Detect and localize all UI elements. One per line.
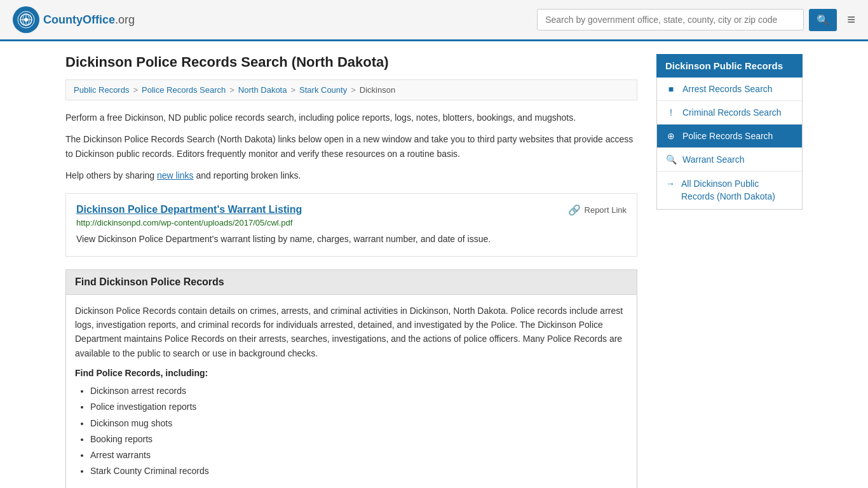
sidebar-icon-1: ! [666, 107, 676, 118]
search-button[interactable]: 🔍 [809, 9, 837, 31]
sidebar-item-0[interactable]: ■ Arrest Records Search [657, 78, 802, 101]
description-3: Help others by sharing new links and rep… [65, 168, 637, 182]
breadcrumb-stark-county[interactable]: Stark County [299, 85, 347, 95]
new-links-link[interactable]: new links [157, 170, 194, 180]
list-item: Police investigation reports [90, 399, 628, 415]
content-area: Dickinson Police Records Search (North D… [65, 54, 637, 488]
breadcrumb-police-records-search[interactable]: Police Records Search [142, 85, 226, 95]
hamburger-icon: ≡ [847, 11, 855, 27]
resource-description: View Dickinson Police Department's warra… [76, 233, 627, 246]
sidebar-items: ■ Arrest Records Search! Criminal Record… [656, 78, 803, 210]
sidebar-icon-2: ⊕ [666, 131, 676, 141]
search-area: 🔍 ≡ [537, 9, 855, 31]
logo-text: CountyOffice.org [43, 13, 135, 27]
sidebar-item-1[interactable]: ! Criminal Records Search [657, 101, 802, 125]
main-container: Dickinson Police Records Search (North D… [53, 41, 815, 488]
breadcrumb-public-records[interactable]: Public Records [74, 85, 129, 95]
header: CountyOffice.org 🔍 ≡ [0, 0, 868, 41]
find-records-list: Dickinson arrest recordsPolice investiga… [75, 383, 628, 479]
breadcrumb-sep-3: > [290, 85, 295, 95]
sidebar-item-label-2: Police Records Search [682, 131, 773, 141]
find-records-subtitle: Find Police Records, including: [75, 368, 628, 378]
sidebar-item-2[interactable]: ⊕ Police Records Search [657, 125, 802, 148]
description-2: The Dickinson Police Records Search (Nor… [65, 132, 637, 161]
report-link-button[interactable]: 🔗 Report Link [568, 204, 627, 216]
breadcrumb-sep-1: > [133, 85, 138, 95]
list-item: Dickinson arrest records [90, 383, 628, 399]
description-1: Perform a free Dickinson, ND public poli… [65, 111, 637, 125]
list-item: Dickinson mug shots [90, 416, 628, 431]
find-records-description: Dickinson Police Records contain details… [75, 304, 628, 361]
sidebar-item-3[interactable]: 🔍 Warrant Search [657, 148, 802, 172]
sidebar-item-label-3: Warrant Search [682, 154, 745, 165]
sidebar-icon-3: 🔍 [666, 154, 676, 165]
sidebar-icon-0: ■ [666, 84, 676, 94]
breadcrumb-sep-2: > [229, 85, 234, 95]
resource-block: Dickinson Police Department's Warrant Li… [65, 193, 637, 257]
sidebar-item-label-0: Arrest Records Search [682, 84, 773, 94]
logo-area: CountyOffice.org [13, 6, 135, 33]
resource-title[interactable]: Dickinson Police Department's Warrant Li… [76, 204, 302, 215]
report-link-label: Report Link [585, 205, 627, 215]
sidebar-all-records[interactable]: → All Dickinson Public Records (North Da… [657, 172, 802, 209]
breadcrumb-north-dakota[interactable]: North Dakota [238, 85, 287, 95]
page-title: Dickinson Police Records Search (North D… [65, 54, 637, 71]
find-records-section: Find Dickinson Police Records Dickinson … [65, 269, 637, 488]
find-records-body: Dickinson Police Records contain details… [65, 295, 637, 488]
resource-url[interactable]: http://dickinsonpd.com/wp-content/upload… [76, 218, 627, 227]
breadcrumb-sep-4: > [351, 85, 356, 95]
menu-button[interactable]: ≡ [847, 11, 855, 28]
breadcrumb-dickinson: Dickinson [360, 85, 395, 95]
search-icon: 🔍 [817, 15, 829, 25]
find-records-header: Find Dickinson Police Records [65, 269, 637, 295]
list-item: Booking reports [90, 431, 628, 447]
list-item: Stark County Criminal records [90, 463, 628, 479]
breadcrumb: Public Records > Police Records Search >… [65, 79, 637, 100]
sidebar-all-records-label: All Dickinson Public Records (North Dako… [681, 178, 793, 203]
sidebar-item-label-1: Criminal Records Search [682, 107, 782, 118]
search-input[interactable] [537, 9, 804, 30]
resource-header-row: Dickinson Police Department's Warrant Li… [76, 204, 627, 218]
report-link-icon: 🔗 [568, 204, 581, 216]
sidebar: Dickinson Public Records ■ Arrest Record… [656, 54, 803, 488]
sidebar-all-records-icon: → [666, 178, 675, 191]
list-item: Arrest warrants [90, 447, 628, 463]
sidebar-title: Dickinson Public Records [656, 54, 803, 78]
logo-icon [13, 6, 39, 33]
